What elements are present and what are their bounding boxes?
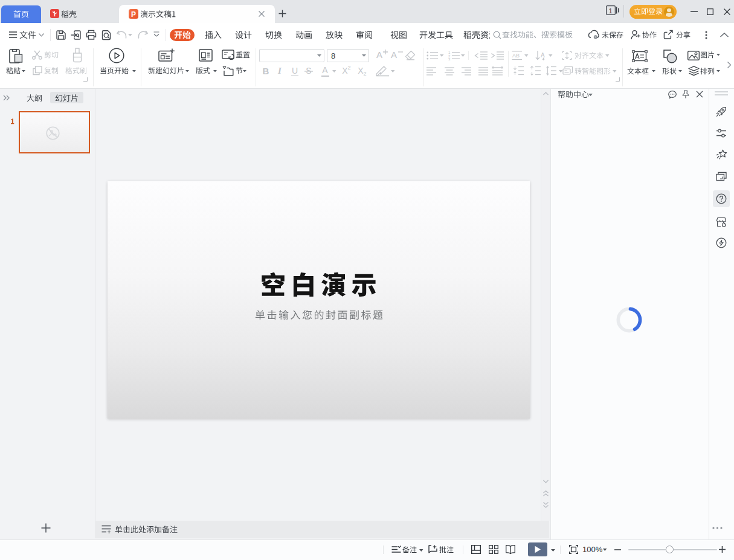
svg-text:AB: AB (512, 53, 520, 59)
svg-text:A: A (541, 52, 545, 59)
